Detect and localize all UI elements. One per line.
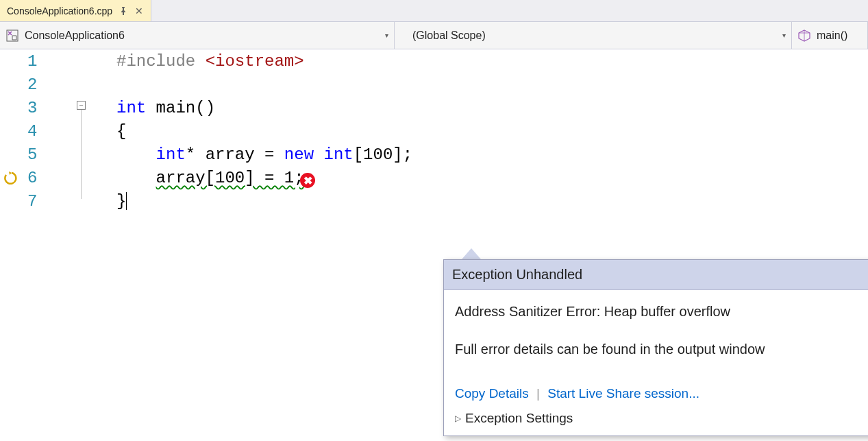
line-number: 4: [27, 122, 37, 141]
code-token: int: [156, 145, 186, 164]
fold-toggle[interactable]: −: [77, 101, 86, 110]
line-number: 7: [27, 192, 37, 211]
code-token-warning: array[100] = 1;: [156, 169, 304, 187]
scope-dropdown[interactable]: (Global Scope) ▾: [395, 22, 792, 49]
error-icon[interactable]: ✖: [300, 173, 315, 188]
function-dropdown[interactable]: main(): [792, 22, 868, 49]
code-token: {: [116, 122, 126, 141]
current-statement-icon: [4, 171, 19, 186]
line-number-gutter: 1 2 3 4 5 6 7: [27, 49, 75, 441]
chevron-down-icon: ▾: [385, 32, 388, 39]
pin-icon[interactable]: [118, 5, 129, 16]
popup-pointer: [462, 250, 480, 260]
tab-bar: ConsoleApplication6.cpp ✕: [0, 0, 868, 22]
function-name: main(): [817, 29, 847, 42]
code-token: [100];: [354, 145, 412, 164]
scope-name: (Global Scope): [412, 29, 486, 42]
function-icon: [797, 29, 811, 43]
exception-settings-label: Exception Settings: [465, 411, 573, 426]
chevron-down-icon: ▾: [782, 32, 786, 39]
code-token: main(): [146, 99, 215, 117]
text-cursor: [126, 192, 127, 210]
code-editor[interactable]: 1 2 3 4 5 6 7 − #include <iostream> int …: [0, 49, 868, 441]
file-tab[interactable]: ConsoleApplication6.cpp ✕: [0, 0, 151, 21]
exception-popup: Exception Unhandled Address Sanitizer Er…: [443, 259, 868, 436]
project-icon: [5, 29, 19, 43]
popup-header: Exception Unhandled: [444, 260, 868, 290]
code-token: new: [284, 145, 314, 164]
line-number: 5: [27, 145, 37, 164]
fold-guide: [81, 110, 82, 199]
line-number: 1: [27, 52, 37, 71]
code-token: int: [116, 99, 146, 117]
line-number: 6: [27, 169, 37, 187]
copy-details-link[interactable]: Copy Details: [455, 386, 529, 401]
fold-gutter: −: [75, 49, 116, 441]
code-token: }: [116, 192, 126, 211]
marker-gutter: [0, 49, 27, 441]
code-token: int: [323, 145, 353, 164]
exception-message: Address Sanitizer Error: Heap buffer ove…: [455, 302, 868, 321]
exception-detail-hint: Full error details can be found in the o…: [455, 340, 868, 359]
code-token: [314, 145, 323, 164]
expand-icon: ▷: [455, 414, 461, 423]
code-content[interactable]: #include <iostream> int main() { int* ar…: [116, 49, 868, 441]
popup-title: Exception Unhandled: [452, 267, 868, 283]
line-number: 2: [27, 75, 37, 94]
exception-settings-toggle[interactable]: ▷ Exception Settings: [444, 407, 868, 436]
code-token: #include: [116, 52, 206, 71]
separator: |: [536, 386, 540, 401]
popup-body: Address Sanitizer Error: Heap buffer ove…: [444, 290, 868, 386]
line-number: 3: [27, 99, 37, 117]
project-dropdown[interactable]: ConsoleApplication6 ▾: [0, 22, 395, 49]
popup-links: Copy Details | Start Live Share session.…: [444, 386, 868, 407]
live-share-link[interactable]: Start Live Share session...: [547, 386, 699, 401]
navigation-bar: ConsoleApplication6 ▾ (Global Scope) ▾ m…: [0, 22, 868, 49]
code-token: <iostream>: [206, 52, 304, 71]
project-name: ConsoleApplication6: [25, 29, 125, 42]
tab-filename: ConsoleApplication6.cpp: [7, 5, 112, 16]
close-icon[interactable]: ✕: [134, 6, 144, 16]
code-token: * array =: [186, 145, 284, 164]
